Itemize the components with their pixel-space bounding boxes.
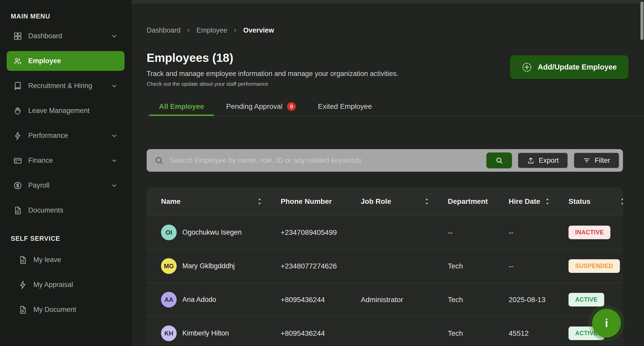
file-icon [18,305,27,314]
sidebar-item-documents[interactable]: Documents [7,200,125,220]
breadcrumb-dashboard[interactable]: Dashboard [147,26,181,35]
filter-label: Filter [595,157,610,165]
chevron-right-icon [186,27,191,33]
status-badge: ACTIVE [569,293,604,306]
employee-table: Name Phone Number Job Role Department [147,187,623,346]
column-header-status[interactable]: Status [569,197,623,206]
sort-icon [257,198,263,205]
sidebar-item-label: My Appraisal [33,281,73,289]
table-row[interactable]: MG Mary Gklbgdddhj +2348077274626 Tech -… [147,249,623,283]
filter-button[interactable]: Filter [574,152,619,168]
page-header: Employees (18) Track and manage employee… [147,51,644,88]
table-row[interactable]: AA Ana Adodo +8095436244 Administrator T… [147,283,623,316]
employee-name: Ogochukwu Isegen [182,228,242,236]
scrollbar-thumb[interactable] [640,2,643,40]
table-row[interactable]: OI Ogochukwu Isegen +2347089405499 -- --… [147,215,623,249]
breadcrumb-overview: Overview [243,26,274,35]
tab-label: Exited Employee [318,102,372,111]
export-button[interactable]: Export [518,152,568,168]
employee-phone: +2348077274626 [281,262,361,270]
department: Tech [448,262,509,270]
column-header-phone: Phone Number [281,197,361,206]
add-update-employee-button[interactable]: Add/Update Employee [510,55,629,79]
tab-exited-employee[interactable]: Exited Employee [308,99,382,116]
column-header-name[interactable]: Name [161,197,281,206]
sidebar-item-label: Employee [28,57,61,65]
sidebar-item-label: My Document [33,306,76,314]
chevron-down-icon [111,33,118,40]
hire-date: -- [509,262,569,270]
breadcrumb-employee[interactable]: Employee [196,26,227,35]
sidebar-item-label: Leave Management [28,107,90,115]
job-role: Administrator [361,296,448,304]
search-icon [154,156,164,165]
department: Tech [448,329,509,338]
search-input[interactable] [170,156,481,165]
book-icon [13,82,22,90]
sidebar-item-label: Recruitment & Hiring [28,82,92,90]
search-toolbar: Export Filter [147,149,623,172]
sidebar-section-main-menu: MAIN MENU [0,12,131,20]
file-icon [13,206,22,215]
column-header-department: Department [448,197,509,206]
main-content: Dashboard Employee Overview Employees (1… [131,0,644,346]
sidebar-item-employee[interactable]: Employee [7,51,125,71]
chevron-down-icon [111,182,118,189]
filter-icon [583,157,591,164]
status-badge: SUSPENDED [569,259,620,273]
sidebar-item-dashboard[interactable]: Dashboard [7,26,125,46]
avatar: MG [161,258,177,274]
employee-name: Mary Gklbgdddhj [182,262,235,270]
table-header-row: Name Phone Number Job Role Department [147,187,623,215]
add-button-label: Add/Update Employee [538,63,617,71]
sidebar-item-my-appraisal[interactable]: My Appraisal [7,275,125,295]
zap-icon [18,281,27,289]
export-icon [527,157,535,164]
file-icon [18,256,27,264]
hire-date: -- [509,228,569,237]
avatar: AA [161,292,177,307]
hire-date: 2025-08-13 [509,296,569,304]
hire-date: 45512 [509,329,569,338]
grid-icon [13,32,22,41]
sidebar-item-label: Finance [28,157,53,165]
page-note: Check out the update about your staff pe… [147,80,399,88]
sidebar-section-self-service: SELF SERVICE [0,235,131,242]
sidebar: MAIN MENU Dashboard Employee Recruitment… [0,0,131,346]
chevron-down-icon [111,157,118,164]
breadcrumb: Dashboard Employee Overview [147,26,644,35]
zap-icon [13,131,22,140]
status-badge: INACTIVE [569,226,610,239]
sidebar-item-label: Performance [28,132,68,140]
sidebar-item-label: My leave [33,256,61,264]
tabs: All Employee Pending Approval 0 Exited E… [147,99,644,116]
sidebar-item-recruitment[interactable]: Recruitment & Hiring [7,76,125,96]
export-label: Export [539,157,559,165]
chevron-down-icon [111,82,118,90]
card-icon [13,156,22,165]
sidebar-item-label: Dashboard [28,32,62,40]
sidebar-item-leave-management[interactable]: Leave Management [7,101,125,121]
search-button[interactable] [486,152,512,168]
coin-icon [13,181,22,190]
sidebar-item-my-document[interactable]: My Document [7,300,125,320]
info-fab[interactable]: i [592,309,621,338]
table-row[interactable]: KH Kimberly Hilton +8095436244 Tech 4551… [147,316,623,346]
app: MAIN MENU Dashboard Employee Recruitment… [0,0,644,346]
info-icon: i [605,317,608,330]
avatar: KH [161,325,177,341]
sidebar-item-performance[interactable]: Performance [7,126,125,146]
sidebar-item-finance[interactable]: Finance [7,151,125,170]
page-subtitle: Track and manage employee information an… [147,69,399,78]
sidebar-item-my-leave[interactable]: My leave [7,250,125,270]
tab-all-employee[interactable]: All Employee [149,99,214,116]
pending-count-badge: 0 [287,102,296,111]
sidebar-item-payroll[interactable]: Payroll [7,176,125,195]
sort-icon [544,198,551,205]
sidebar-item-label: Documents [28,206,63,214]
column-header-hire-date[interactable]: Hire Date [509,197,569,206]
plus-icon [522,62,532,72]
column-header-job-role[interactable]: Job Role [361,197,448,206]
tab-pending-approval[interactable]: Pending Approval 0 [216,99,306,116]
sort-icon [619,198,623,205]
